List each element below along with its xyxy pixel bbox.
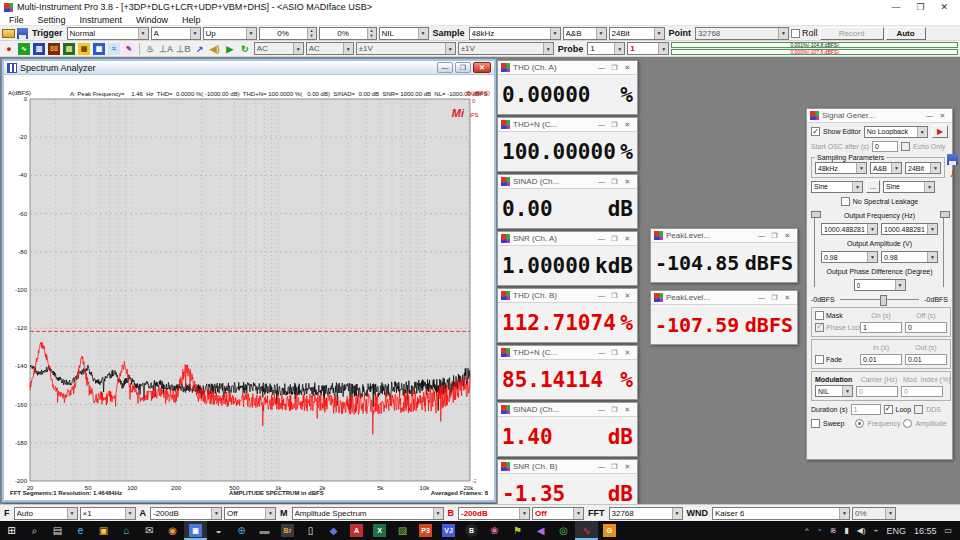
run-loop-icon[interactable]: ↻	[238, 42, 252, 56]
run-icon[interactable]: ▶	[223, 42, 237, 56]
meter-title-bar[interactable]: THD (Ch. A) — ❐ ✕	[498, 61, 637, 75]
offset-a-select[interactable]: Off▼	[224, 507, 276, 520]
waveform-more-button[interactable]: ...	[866, 180, 880, 193]
run-generator-button[interactable]: ▶	[932, 125, 948, 138]
carrier-input[interactable]: 0	[856, 386, 898, 397]
spectrum-analyzer-title-bar[interactable]: Spectrum Analyzer — ❐ ✕	[4, 61, 494, 75]
range-b-select[interactable]: ±1V▼	[458, 42, 554, 55]
excel-icon[interactable]: X	[368, 521, 391, 540]
menu-instrument[interactable]: Instrument	[73, 15, 130, 25]
trigger-mode-select[interactable]: Normal▼	[67, 27, 149, 40]
minimize-button[interactable]: —	[755, 294, 768, 302]
output-level-slider-b[interactable]	[940, 211, 948, 289]
menu-window[interactable]: Window	[129, 15, 175, 25]
mask-off-input[interactable]: 0	[905, 322, 947, 333]
maximize-button[interactable]: ❐	[608, 349, 621, 357]
gray-app-icon[interactable]: ◒	[207, 521, 230, 540]
range-b-select[interactable]: -200dB▼	[458, 507, 530, 520]
waveform-a-select[interactable]: Sine▼	[811, 181, 863, 193]
close-button[interactable]: ✕	[473, 62, 491, 73]
multimeter-icon[interactable]: 88	[47, 42, 61, 56]
duration-input[interactable]: 1	[851, 404, 881, 415]
close-button[interactable]: ✕	[621, 235, 634, 243]
trigger-source-select[interactable]: A▼	[151, 27, 201, 40]
close-button[interactable]: ✕	[621, 292, 634, 300]
generator-rate-select[interactable]: 48kHz▼	[815, 162, 867, 174]
clock[interactable]: 16:55	[914, 526, 937, 536]
maximize-button[interactable]: ❐	[768, 232, 781, 240]
record-icon[interactable]: ●	[2, 42, 16, 56]
coupling-a-select[interactable]: AC▼	[254, 42, 304, 55]
minimize-button[interactable]: —	[595, 178, 608, 186]
g-app-icon[interactable]: G	[598, 521, 621, 540]
view-mode-select[interactable]: Amplitude Spectrum▼	[292, 507, 444, 520]
meter-title-bar[interactable]: PeakLevel... — ❐ ✕	[651, 229, 797, 243]
maximize-button[interactable]: ❐	[608, 292, 621, 300]
calibration-b-icon[interactable]: ⊥B	[175, 42, 191, 56]
range-a-select[interactable]: ±1V▼	[356, 42, 456, 55]
battery-icon[interactable]: ▮	[844, 526, 848, 535]
meter-title-bar[interactable]: THD+N (C... — ❐ ✕	[498, 118, 637, 132]
overlap-select[interactable]: 0%▼	[852, 507, 896, 520]
fft-size-select[interactable]: 32768▼	[609, 507, 683, 520]
trigger-slope-select[interactable]: Up▼	[203, 27, 257, 40]
auto-button[interactable]: Auto	[886, 27, 926, 40]
probe-b-select[interactable]: 1▼	[627, 42, 669, 55]
signal-generator-title-bar[interactable]: Signal Gener... — ✕	[807, 109, 952, 123]
sampling-channels-select[interactable]: A&B▼	[563, 27, 607, 40]
frequency-multiplier-select[interactable]: ×1▼	[80, 507, 136, 520]
balance-slider[interactable]	[838, 295, 922, 304]
sweep-amplitude-radio[interactable]	[903, 419, 912, 428]
wifi-icon[interactable]: ≋	[830, 526, 837, 535]
close-button[interactable]: ✕	[621, 64, 634, 72]
sweep-frequency-radio[interactable]	[855, 419, 864, 428]
search-icon[interactable]: ⌕	[23, 521, 46, 540]
dart-app-icon[interactable]: ◎	[552, 521, 575, 540]
task-view-icon[interactable]: ▤	[46, 521, 69, 540]
minimize-button[interactable]: —	[595, 463, 608, 471]
spectrum-analyzer-icon[interactable]: ▥	[32, 42, 46, 56]
maximize-button[interactable]: ❐	[608, 406, 621, 414]
sampling-points-select[interactable]: 32768▼	[695, 27, 789, 40]
meter-title-bar[interactable]: SNR (Ch. A) — ❐ ✕	[498, 232, 637, 246]
photos-icon[interactable]: ▨	[391, 521, 414, 540]
mail-icon[interactable]: ✉	[138, 521, 161, 540]
minimize-button[interactable]: —	[595, 121, 608, 129]
diamond-app-icon[interactable]: ◆	[322, 521, 345, 540]
language-indicator[interactable]: ENG	[886, 526, 906, 536]
frequency-range-select[interactable]: Auto▼	[14, 507, 78, 520]
meter-title-bar[interactable]: SNR (Ch. B) — ❐ ✕	[498, 460, 637, 474]
trigger-delay-stepper[interactable]: 0%▲▼	[319, 27, 377, 40]
output-level-slider-a[interactable]	[811, 211, 819, 289]
store-icon[interactable]: ⌂	[115, 521, 138, 540]
spectrum-3d-plot-icon[interactable]: ▤	[62, 42, 76, 56]
mask-checkbox[interactable]	[815, 311, 824, 320]
device-test-plan-icon[interactable]: ▩	[92, 42, 106, 56]
tray-expand-icon[interactable]: ^	[805, 526, 809, 535]
close-button[interactable]: ✕	[621, 121, 634, 129]
maximize-button[interactable]: ❐	[608, 235, 621, 243]
close-button[interactable]: ✕	[940, 2, 948, 12]
mask-on-input[interactable]: 1	[860, 322, 902, 333]
menu-setting[interactable]: Setting	[31, 15, 73, 25]
modulation-select[interactable]: NIL▼	[815, 385, 853, 397]
fade-out-input[interactable]: 0.01	[905, 354, 947, 365]
menu-help[interactable]: Help	[175, 15, 208, 25]
start-button[interactable]: ⊞	[0, 521, 23, 540]
flag-app-icon[interactable]: ⚑	[506, 521, 529, 540]
maximize-button[interactable]: ❐	[608, 121, 621, 129]
fade-checkbox[interactable]	[815, 355, 824, 364]
flower-app-icon[interactable]: ❀	[483, 521, 506, 540]
link-icon[interactable]: ⌁	[874, 526, 879, 535]
speaker-icon[interactable]: ◀)	[208, 42, 222, 56]
fade-in-input[interactable]: 0.01	[860, 354, 902, 365]
save-signal-icon[interactable]	[947, 154, 958, 165]
loop-checkbox[interactable]: ✓	[884, 405, 893, 414]
coupling-b-select[interactable]: AC▼	[306, 42, 354, 55]
minimize-button[interactable]: —	[595, 292, 608, 300]
range-a-select[interactable]: -200dB▼	[150, 507, 222, 520]
bridge-icon[interactable]: Br	[276, 521, 299, 540]
restore-button[interactable]: ❐	[455, 62, 471, 73]
offset-b-select[interactable]: Off▼	[532, 507, 584, 520]
no-spectral-leakage-checkbox[interactable]	[841, 197, 850, 206]
